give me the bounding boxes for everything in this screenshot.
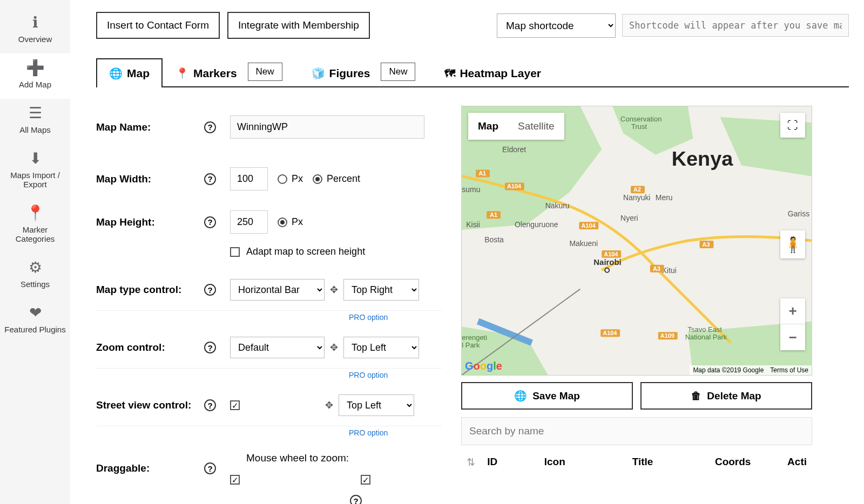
- move-icon[interactable]: ✥: [330, 284, 338, 296]
- svg-text:Kisii: Kisii: [466, 220, 480, 229]
- search-input[interactable]: [461, 417, 812, 445]
- width-label: Map Width:: [96, 173, 204, 185]
- svg-text:Bosta: Bosta: [484, 235, 504, 244]
- download-icon: ⬇: [3, 149, 68, 167]
- shortcode-select[interactable]: Map shortcode: [497, 13, 616, 38]
- svg-text:Nyeri: Nyeri: [620, 214, 638, 222]
- zoom-label: Zoom control:: [96, 342, 204, 353]
- zoom-out-button[interactable]: −: [780, 324, 805, 350]
- help-icon[interactable]: ?: [204, 121, 216, 133]
- map-canvas[interactable]: Kenya Eldoret sumu Nakuru Kisii Bosta Na…: [461, 106, 812, 376]
- svg-text:sumu: sumu: [462, 185, 480, 194]
- svg-text:Kitui: Kitui: [662, 266, 677, 275]
- maptype-pos-select[interactable]: Top Right: [343, 279, 419, 301]
- svg-text:A104: A104: [604, 251, 618, 257]
- map-type-toggle: Map Satellite: [468, 113, 564, 140]
- help-icon[interactable]: ?: [204, 173, 216, 185]
- svg-text:Kenya: Kenya: [672, 147, 734, 170]
- tabs: 🌐Map 📍Markers New 🧊Figures New 🗺Heatmap …: [96, 57, 849, 87]
- marker-icon: 📍: [176, 67, 189, 80]
- svg-text:Meru: Meru: [656, 193, 673, 202]
- list-icon: ☰: [3, 104, 68, 122]
- cubes-icon: 🧊: [312, 67, 325, 80]
- wheel-checkbox[interactable]: ✓: [361, 475, 370, 485]
- sidebar-import-export[interactable]: ⬇Maps Import / Export: [0, 144, 70, 199]
- height-px-radio[interactable]: Px: [278, 216, 303, 228]
- height-input[interactable]: [230, 210, 268, 234]
- sidebar-all-maps[interactable]: ☰All Maps: [0, 99, 70, 144]
- help-icon[interactable]: ?: [204, 462, 216, 474]
- pro-label: PRO option: [96, 369, 442, 385]
- map-attribution: Map data ©2019 GoogleTerms of Use: [690, 365, 812, 375]
- map-icon: 🗺: [444, 67, 455, 80]
- sidebar-overview[interactable]: ℹOverview: [0, 8, 70, 53]
- street-pos-select[interactable]: Top Left: [339, 394, 414, 416]
- svg-text:A104: A104: [581, 222, 596, 229]
- width-px-radio[interactable]: Px: [278, 173, 303, 185]
- svg-text:Tsavo East: Tsavo East: [688, 325, 723, 333]
- sort-icon[interactable]: ⇅: [467, 456, 487, 468]
- info-icon: ℹ: [3, 13, 68, 31]
- help-icon[interactable]: ?: [204, 342, 216, 353]
- sidebar-featured[interactable]: ❤Featured Plugins: [0, 298, 70, 344]
- pegman-icon[interactable]: 🧍: [780, 230, 805, 258]
- map-type-satellite[interactable]: Satellite: [508, 113, 564, 140]
- width-percent-radio[interactable]: Percent: [313, 173, 360, 185]
- map-type-map[interactable]: Map: [468, 113, 508, 140]
- help-icon[interactable]: ?: [204, 284, 216, 296]
- svg-point-42: [605, 268, 609, 273]
- svg-text:A109: A109: [660, 332, 674, 339]
- street-checkbox[interactable]: ✓: [230, 400, 240, 410]
- globe-icon: 🌐: [109, 67, 123, 80]
- markers-table-header: ⇅ ID Icon Title Coords Acti: [461, 445, 812, 468]
- move-icon[interactable]: ✥: [330, 342, 338, 353]
- street-label: Street view control:: [96, 399, 204, 411]
- zoom-select[interactable]: Default: [230, 337, 325, 358]
- save-map-button[interactable]: 🌐Save Map: [461, 382, 633, 410]
- markers-new-button[interactable]: New: [248, 63, 282, 81]
- tab-map[interactable]: 🌐Map: [96, 58, 163, 87]
- svg-text:A3: A3: [653, 265, 660, 272]
- sidebar-marker-cats[interactable]: 📍Marker Categories: [0, 199, 70, 253]
- insert-contact-button[interactable]: Insert to Contact Form: [96, 12, 220, 39]
- help-icon[interactable]: ?: [204, 399, 216, 411]
- figures-new-button[interactable]: New: [381, 63, 415, 81]
- gear-icon: ⚙: [3, 258, 68, 276]
- svg-text:Conservation: Conservation: [620, 115, 662, 123]
- plus-icon: ➕: [3, 59, 68, 77]
- svg-text:A1: A1: [478, 170, 486, 176]
- svg-text:A1: A1: [490, 212, 497, 218]
- fullscreen-button[interactable]: ⛶: [780, 113, 805, 138]
- svg-text:erengeti: erengeti: [462, 333, 487, 342]
- svg-text:Gariss: Gariss: [788, 209, 809, 218]
- width-input[interactable]: [230, 167, 268, 190]
- tab-figures[interactable]: 🧊Figures: [299, 58, 383, 87]
- svg-text:Nairobi: Nairobi: [593, 257, 621, 267]
- sidebar: ℹOverview ➕Add Map ☰All Maps ⬇Maps Impor…: [0, 0, 70, 504]
- drag-checkbox[interactable]: ✓: [230, 475, 240, 485]
- maptype-label: Map type control:: [96, 284, 204, 296]
- svg-text:Eldoret: Eldoret: [502, 145, 526, 154]
- svg-text:A104: A104: [507, 183, 522, 189]
- heart-icon: ❤: [3, 304, 68, 322]
- google-logo: Google: [465, 360, 502, 372]
- sidebar-add-map[interactable]: ➕Add Map: [0, 53, 70, 99]
- svg-text:A3: A3: [703, 241, 710, 248]
- move-icon[interactable]: ✥: [325, 399, 333, 411]
- drag-label: Draggable:: [96, 462, 204, 474]
- help-icon[interactable]: ?: [350, 495, 362, 504]
- delete-map-button[interactable]: 🗑Delete Map: [640, 382, 812, 410]
- map-name-input[interactable]: [230, 115, 424, 139]
- zoom-in-button[interactable]: +: [780, 298, 805, 324]
- sidebar-settings[interactable]: ⚙Settings: [0, 253, 70, 298]
- integrate-membership-button[interactable]: Integrate with Membership: [227, 12, 370, 39]
- zoom-pos-select[interactable]: Top Left: [343, 337, 419, 358]
- tab-heatmap[interactable]: 🗺Heatmap Layer: [431, 58, 554, 87]
- adapt-checkbox[interactable]: [230, 247, 240, 257]
- adapt-label: Adapt map to screen height: [246, 246, 365, 257]
- shortcode-output[interactable]: [622, 14, 849, 37]
- svg-text:Trust: Trust: [631, 122, 647, 131]
- tab-markers[interactable]: 📍Markers: [163, 58, 250, 87]
- help-icon[interactable]: ?: [204, 216, 216, 228]
- maptype-select[interactable]: Horizontal Bar: [230, 279, 325, 301]
